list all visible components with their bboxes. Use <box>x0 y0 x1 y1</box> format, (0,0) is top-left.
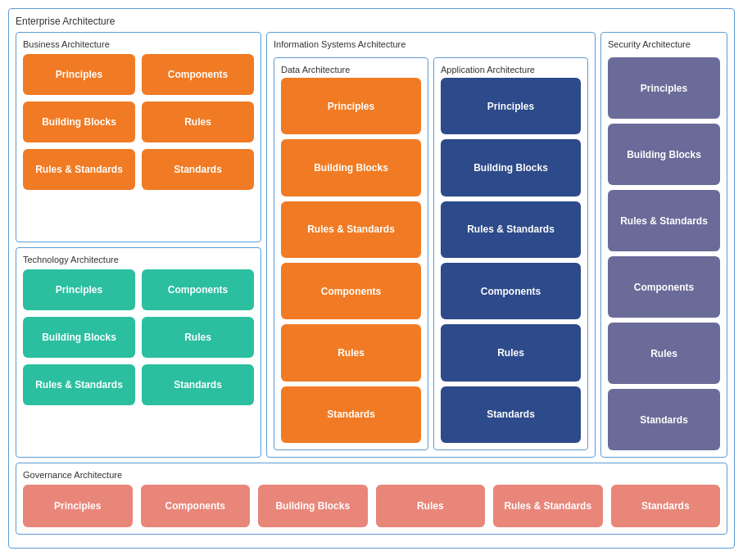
data-title: Data Architecture <box>281 65 421 75</box>
data-tile-principles[interactable]: Principles <box>281 78 421 134</box>
enterprise-title: Enterprise Architecture <box>16 16 727 27</box>
business-tile-components[interactable]: Components <box>142 54 254 95</box>
security-title: Security Architecture <box>608 39 720 49</box>
governance-title: Governance Architecture <box>23 470 720 480</box>
app-tile-building-blocks[interactable]: Building Blocks <box>441 139 581 196</box>
security-architecture: Security Architecture Principles Buildin… <box>600 32 727 458</box>
tech-tile-rules[interactable]: Rules <box>142 317 254 358</box>
tech-tile-components[interactable]: Components <box>142 269 254 310</box>
business-tile-standards[interactable]: Standards <box>142 149 254 190</box>
tech-tile-principles[interactable]: Principles <box>23 269 135 310</box>
app-title: Application Architecture <box>441 65 581 75</box>
business-tile-principles[interactable]: Principles <box>23 54 135 95</box>
data-tile-rules[interactable]: Rules <box>281 324 421 381</box>
gov-tile-building-blocks[interactable]: Building Blocks <box>258 485 368 527</box>
business-tile-rules[interactable]: Rules <box>142 102 254 142</box>
gov-tile-rules[interactable]: Rules <box>376 485 486 527</box>
business-grid: Principles Components Building Blocks Ru… <box>23 54 254 190</box>
tech-tile-standards[interactable]: Standards <box>142 364 254 405</box>
app-tile-rules-standards[interactable]: Rules & Standards <box>441 201 581 258</box>
tech-grid: Principles Components Building Blocks Ru… <box>23 269 254 405</box>
tech-tile-building-blocks[interactable]: Building Blocks <box>23 317 135 358</box>
tech-title: Technology Architecture <box>23 255 254 264</box>
tech-tile-rules-standards[interactable]: Rules & Standards <box>23 364 135 405</box>
data-architecture: Data Architecture Principles Building Bl… <box>274 57 428 450</box>
governance-architecture: Governance Architecture Principles Compo… <box>16 463 727 535</box>
app-tile-components[interactable]: Components <box>441 263 581 319</box>
business-title: Business Architecture <box>23 39 254 49</box>
business-tile-building-blocks[interactable]: Building Blocks <box>23 102 135 142</box>
data-tile-building-blocks[interactable]: Building Blocks <box>281 139 421 196</box>
app-tile-standards[interactable]: Standards <box>441 386 581 443</box>
info-title: Information Systems Architecture <box>274 39 588 49</box>
business-tile-rules-standards[interactable]: Rules & Standards <box>23 149 135 190</box>
enterprise-architecture: Enterprise Architecture Business Archite… <box>8 8 735 549</box>
data-tile-rules-standards[interactable]: Rules & Standards <box>281 201 421 258</box>
data-tile-standards[interactable]: Standards <box>281 386 421 443</box>
gov-tile-rules-standards[interactable]: Rules & Standards <box>493 485 603 527</box>
technology-architecture: Technology Architecture Principles Compo… <box>16 247 261 458</box>
information-architecture: Information Systems Architecture Data Ar… <box>266 32 596 458</box>
left-column: Business Architecture Principles Compone… <box>16 32 261 458</box>
security-tile-building-blocks[interactable]: Building Blocks <box>608 124 720 185</box>
security-tile-components[interactable]: Components <box>608 256 720 318</box>
security-tile-rules[interactable]: Rules <box>608 323 720 384</box>
app-tile-principles[interactable]: Principles <box>441 78 581 134</box>
gov-tile-principles[interactable]: Principles <box>23 485 133 527</box>
governance-grid: Principles Components Building Blocks Ru… <box>23 485 720 527</box>
business-architecture: Business Architecture Principles Compone… <box>16 32 261 242</box>
security-tile-rules-standards[interactable]: Rules & Standards <box>608 190 720 251</box>
application-architecture: Application Architecture Principles Buil… <box>433 57 588 450</box>
gov-tile-components[interactable]: Components <box>141 485 251 527</box>
data-tile-components[interactable]: Components <box>281 263 421 319</box>
security-tile-principles[interactable]: Principles <box>608 57 720 119</box>
security-tile-standards[interactable]: Standards <box>608 389 720 450</box>
app-tile-rules[interactable]: Rules <box>441 324 581 381</box>
gov-tile-standards[interactable]: Standards <box>611 485 721 527</box>
